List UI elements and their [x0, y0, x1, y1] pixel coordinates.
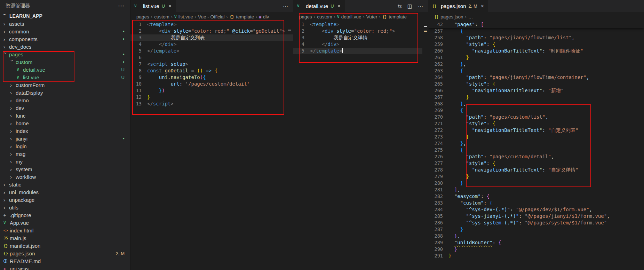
tab-pages-json[interactable]: {}pages.json2, M× — [428, 0, 488, 12]
tree-item-App.vue[interactable]: VApp.vue — [0, 219, 130, 227]
code-line-260[interactable]: 260 "navigationBarTitleText": "时间组件验证" — [428, 48, 644, 54]
code-line-276[interactable]: 276 "path": "pages/custom/detail", — [428, 153, 644, 160]
close-icon[interactable]: × — [168, 3, 172, 9]
overview-ruler[interactable] — [422, 21, 428, 270]
tree-item-utils[interactable]: ›utils — [0, 204, 130, 211]
code-line-284[interactable]: 284 "^sys-dev-(.*)": "@/pages/dev/$1/for… — [428, 206, 644, 213]
code-line-261[interactable]: 261 } — [428, 54, 644, 61]
tree-item-login[interactable]: ›login — [0, 142, 130, 150]
code-line-291[interactable]: 291} — [428, 253, 644, 259]
code-line-263[interactable]: 263 { — [428, 68, 644, 74]
tree-item-dev[interactable]: ›dev — [0, 104, 130, 112]
tree-item-func[interactable]: ›func — [0, 112, 130, 119]
close-icon[interactable]: × — [337, 3, 341, 9]
breadcrumb-item-Vuter[interactable]: Vuter — [366, 14, 377, 19]
code-line-1[interactable]: 1<template> — [130, 21, 293, 28]
code-editor-detail-vue[interactable]: 1<template>2 <div style="color: red;">3 … — [293, 21, 422, 270]
tree-item-.gitignore[interactable]: ◆.gitignore — [0, 211, 130, 219]
code-line-3[interactable]: 3 我是自定义列表 — [130, 34, 293, 41]
breadcrumb-item-custom[interactable]: custom — [317, 14, 332, 19]
tree-item-custom[interactable]: ›custom● — [0, 58, 130, 66]
code-line-288[interactable]: 288 }, — [428, 233, 644, 239]
tree-item-main.js[interactable]: JSmain.js — [0, 234, 130, 242]
code-line-42[interactable]: 42 "pages": [ — [428, 21, 644, 28]
code-line-6[interactable]: 6 — [130, 54, 293, 61]
breadcrumb-item-detail.vue[interactable]: Vdetail.vue — [337, 14, 361, 19]
tree-item-assets[interactable]: ›assets — [0, 20, 130, 27]
breadcrumb-item-pages.json[interactable]: {}pages.json — [434, 14, 463, 19]
tree-item-README.md[interactable]: ⓘREADME.md — [0, 257, 130, 265]
code-line-272[interactable]: 272 "navigationBarTitleText": "自定义列表" — [428, 127, 644, 134]
code-line-280[interactable]: 280 } — [428, 180, 644, 186]
code-line-265[interactable]: 265 "style": { — [428, 81, 644, 87]
code-line-13[interactable]: 13</script> — [130, 101, 293, 107]
code-line-281[interactable]: 281 ], — [428, 186, 644, 193]
code-line-11[interactable]: 11 }) — [130, 87, 293, 94]
code-editor-pages-json[interactable]: 42 "pages": [257 {258 "path": "pages/jia… — [428, 21, 644, 270]
tree-item-uni_modules[interactable]: ›uni_modules — [0, 188, 130, 196]
more-actions-icon[interactable]: ⋯ — [118, 2, 125, 10]
tree-item-manifest.json[interactable]: {}manifest.json — [0, 242, 130, 249]
code-line-5[interactable]: 5</template> — [130, 48, 293, 54]
code-line-5[interactable]: 5</template> — [293, 48, 422, 54]
tree-item-list.vue[interactable]: Vlist.vueU — [0, 73, 130, 81]
tree-root-learun-app[interactable]: › LEARUN_APP — [0, 12, 130, 20]
code-line-273[interactable]: 273 } — [428, 134, 644, 140]
breadcrumb-item-template[interactable]: {}template — [230, 14, 254, 19]
code-line-267[interactable]: 267 } — [428, 94, 644, 101]
tree-item-static[interactable]: ›static — [0, 181, 130, 188]
code-line-264[interactable]: 264 "path": "pages/jianyi/flowTime/conta… — [428, 74, 644, 81]
code-line-283[interactable]: 283 "custom": { — [428, 200, 644, 206]
code-line-274[interactable]: 274 }, — [428, 140, 644, 147]
code-line-286[interactable]: 286 "^sys-system-(.*)": "@/pages/system/… — [428, 220, 644, 226]
code-line-7[interactable]: 7<script setup> — [130, 61, 293, 68]
close-icon[interactable]: × — [481, 3, 484, 9]
code-line-271[interactable]: 271 "style": { — [428, 120, 644, 127]
breadcrumb-item-Vue - Official[interactable]: Vue - Official — [198, 14, 225, 19]
code-line-269[interactable]: 269 { — [428, 107, 644, 114]
tree-item-msg[interactable]: ›msg — [0, 150, 130, 158]
breadcrumb-item-template[interactable]: {}template — [382, 14, 407, 19]
split-editor-icon[interactable]: ◫ — [407, 3, 412, 9]
code-line-2[interactable]: 2 <div style="color: red;"> — [293, 28, 422, 34]
code-line-279[interactable]: 279 } — [428, 173, 644, 180]
tree-item-detail.vue[interactable]: Vdetail.vueU — [0, 66, 130, 73]
breadcrumb-item-…[interactable]: … — [468, 14, 473, 19]
code-line-266[interactable]: 266 "navigationBarTitleText": "新增" — [428, 87, 644, 94]
tree-item-unpackage[interactable]: ›unpackage — [0, 196, 130, 204]
code-line-262[interactable]: 262 }, — [428, 61, 644, 68]
tab-list-vue[interactable]: Vlist.vueU× — [130, 0, 176, 12]
code-line-287[interactable]: 287 } — [428, 226, 644, 233]
tree-item-dataDisplay[interactable]: ›dataDisplay — [0, 89, 130, 96]
code-line-268[interactable]: 268 }, — [428, 101, 644, 107]
breadcrumb-item-list.vue[interactable]: Vlist.vue — [174, 14, 193, 19]
tree-item-my[interactable]: ›my — [0, 158, 130, 165]
breadcrumb-item-pages[interactable]: pages — [299, 14, 312, 19]
breadcrumb-item-pages[interactable]: pages — [136, 14, 149, 19]
tree-item-jianyi[interactable]: ›jianyi● — [0, 135, 130, 142]
code-line-1[interactable]: 1<template> — [293, 21, 422, 28]
code-editor-list-vue[interactable]: 1<template>2 <div style="color: red;" @c… — [130, 21, 293, 270]
code-line-3[interactable]: 3 我是自定义详情 — [293, 34, 422, 41]
code-line-289[interactable]: 289 "uniIdRouter": { — [428, 239, 644, 246]
code-line-285[interactable]: 285 "^sys-jianyi-(.*)": "@/pages/jianyi/… — [428, 213, 644, 220]
code-line-282[interactable]: 282 "easycom": { — [428, 193, 644, 200]
tab-detail-vue[interactable]: Vdetail.vueU× — [293, 0, 345, 12]
code-line-290[interactable]: 290 } — [428, 246, 644, 253]
tree-item-demo[interactable]: ›demo — [0, 96, 130, 104]
tree-item-index[interactable]: ›index — [0, 127, 130, 135]
tree-item-uni.scss[interactable]: ◈uni.scss — [0, 265, 130, 270]
tree-item-common[interactable]: ›common● — [0, 27, 130, 35]
code-line-9[interactable]: 9 uni.navigateTo({ — [130, 74, 293, 81]
tree-item-pages.json[interactable]: {}pages.json2, M — [0, 249, 130, 257]
tree-item-customForm[interactable]: ›customForm — [0, 81, 130, 89]
code-line-8[interactable]: 8const goDetail = () => { — [130, 68, 293, 74]
tree-item-pages[interactable]: ›pages● — [0, 50, 130, 58]
code-line-4[interactable]: 4 </div> — [293, 41, 422, 48]
tree-item-workflow[interactable]: ›workflow — [0, 173, 130, 181]
code-line-270[interactable]: 270 "path": "pages/custom/list", — [428, 114, 644, 120]
code-line-10[interactable]: 10 url: '/pages/custom/detail' — [130, 81, 293, 87]
tree-item-components[interactable]: ›components● — [0, 35, 130, 43]
code-line-258[interactable]: 258 "path": "pages/jianyi/flowTime/list"… — [428, 34, 644, 41]
tree-item-home[interactable]: ›home — [0, 119, 130, 127]
